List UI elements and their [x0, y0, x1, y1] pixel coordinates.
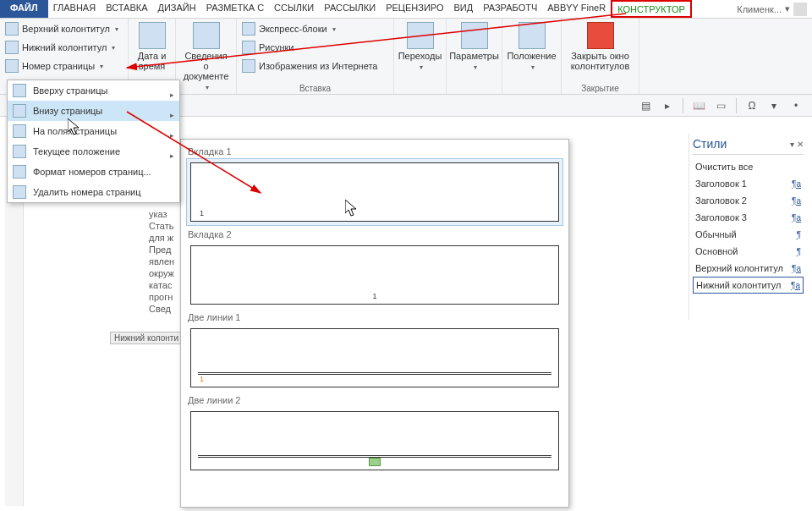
tab-insert[interactable]: ВСТАВКА [101, 0, 152, 18]
style-row[interactable]: Обычный¶ [693, 226, 804, 243]
menu-top-of-page[interactable]: Вверху страницы [8, 80, 179, 101]
navigation-button[interactable]: Переходы [399, 20, 441, 74]
style-symbol: ¶ [797, 230, 801, 239]
tab-developer[interactable]: РАЗРАБОТЧ [478, 0, 542, 18]
menu-remove-page-numbers[interactable]: Удалить номера страниц [8, 182, 179, 202]
position-icon [518, 22, 546, 49]
tool-page-icon[interactable]: ▸ [658, 96, 677, 115]
position-label: Положение [507, 51, 556, 61]
pictures-button[interactable]: Рисунки [242, 39, 388, 56]
style-row[interactable]: Основной¶ [693, 243, 804, 260]
page-number-button[interactable]: Номер страницы [5, 58, 123, 74]
tool-chevron-down-icon[interactable]: ▾ [765, 96, 783, 115]
gallery-item-twolines1[interactable]: 1 [186, 324, 563, 392]
options-button[interactable]: Параметры [452, 20, 497, 74]
close-label: Закрыть окно колонтитулов [570, 51, 630, 71]
menu-label: Внизу страницы [33, 106, 102, 116]
ribbon-tabs: ФАЙЛ ГЛАВНАЯ ВСТАВКА ДИЗАЙН РАЗМЕТКА С С… [0, 0, 812, 19]
close-header-footer-button[interactable]: Закрыть окно колонтитулов [567, 20, 634, 73]
footer-icon [5, 41, 19, 54]
menu-page-margins[interactable]: На полях страницы [8, 121, 179, 141]
tab-design[interactable]: ДИЗАЙН [152, 0, 200, 18]
gallery-heading: Вкладка 1 [188, 146, 563, 157]
position-button[interactable]: Положение [508, 20, 556, 74]
user-area[interactable]: Клименк... ▾ [737, 0, 812, 18]
group-nav-goto: Переходы [394, 19, 447, 94]
date-time-label: Дата и время [137, 51, 167, 71]
page-number-menu: Вверху страницы Внизу страницы На полях … [7, 80, 180, 203]
user-name: Клименк... [737, 4, 782, 14]
menu-format-page-numbers[interactable]: Формат номеров страниц... [8, 162, 179, 182]
date-time-button[interactable]: Дата и время [134, 20, 170, 73]
style-row-selected[interactable]: Нижний колонтитул¶a [693, 277, 804, 294]
gallery-item-twolines2[interactable] [186, 407, 563, 475]
gallery-heading: Две линии 2 [188, 395, 563, 405]
tab-references[interactable]: ССЫЛКИ [269, 0, 319, 18]
group-options: Параметры [447, 19, 502, 94]
menu-current-position[interactable]: Текущее положение [8, 141, 179, 162]
gallery-item-tab2[interactable]: 1 [186, 241, 563, 309]
close-icon [587, 22, 614, 49]
tab-constructor[interactable]: КОНСТРУКТОР [611, 0, 692, 18]
style-label: Заголовок 1 [695, 179, 747, 189]
style-label: Основной [695, 246, 738, 256]
tab-abbyy[interactable]: ABBYY FineR [542, 0, 611, 18]
calendar-icon [139, 22, 166, 49]
options-label: Параметры [449, 51, 499, 61]
style-symbol: ¶ [797, 247, 801, 256]
tab-mailings[interactable]: РАССЫЛКИ [319, 0, 381, 18]
online-pictures-button[interactable]: Изображения из Интернета [242, 58, 388, 74]
doc-info-button[interactable]: Сведения о документе [181, 20, 231, 95]
menu-label: На полях страницы [33, 126, 117, 136]
options-icon [461, 22, 488, 49]
tab-view[interactable]: ВИД [448, 0, 478, 18]
online-pictures-label: Изображения из Интернета [259, 61, 377, 71]
tool-doc-icon[interactable]: ▭ [711, 96, 730, 115]
menu-icon [13, 145, 26, 158]
header-icon [5, 22, 19, 36]
tab-file[interactable]: ФАЙЛ [0, 0, 48, 18]
group-close-label: Закрытие [562, 84, 639, 93]
navigation-icon [407, 22, 434, 49]
menu-icon [13, 84, 26, 97]
page-number-label: Номер страницы [22, 61, 95, 71]
tool-omega-icon[interactable]: Ω [743, 96, 761, 115]
style-symbol: ¶a [792, 264, 801, 273]
tab-layout[interactable]: РАЗМЕТКА С [201, 0, 269, 18]
footer-button[interactable]: Нижний колонтитул [5, 39, 123, 56]
menu-icon [13, 124, 26, 138]
gallery-heading: Две линии 1 [188, 312, 563, 322]
menu-bottom-of-page[interactable]: Внизу страницы [8, 101, 179, 121]
style-row[interactable]: Заголовок 3¶a [693, 209, 804, 226]
menu-label: Текущее положение [33, 146, 120, 157]
style-symbol: ¶a [792, 179, 801, 189]
style-symbol: ¶a [791, 281, 800, 290]
group-close: Закрыть окно колонтитулов Закрытие [562, 19, 639, 94]
gallery-heading: Вкладка 2 [188, 229, 563, 239]
style-row[interactable]: Верхний колонтитул¶a [693, 260, 804, 277]
style-symbol: ¶a [792, 196, 801, 206]
menu-label: Формат номеров страниц... [33, 167, 151, 177]
style-label: Нижний колонтитул [696, 280, 781, 290]
style-row[interactable]: Заголовок 2¶a [693, 192, 804, 209]
quick-parts-label: Экспресс-блоки [259, 24, 327, 34]
styles-pane-close-icon[interactable]: ▾ ✕ [790, 140, 804, 149]
tool-ruler-icon[interactable]: ▤ [636, 96, 655, 115]
quick-parts-button[interactable]: Экспресс-блоки [242, 20, 388, 37]
style-row[interactable]: Заголовок 1¶a [693, 175, 804, 192]
style-clear-all[interactable]: Очистить все [693, 158, 804, 175]
tab-review[interactable]: РЕЦЕНЗИРО [381, 0, 448, 18]
tab-home[interactable]: ГЛАВНАЯ [48, 0, 101, 18]
style-label: Заголовок 2 [695, 195, 747, 206]
styles-pane: Стили ▾ ✕ Очистить все Заголовок 1¶a Заг… [689, 134, 807, 320]
toolbar-sep [683, 98, 683, 113]
footer-tab-label: Нижний колонти [110, 332, 183, 344]
menu-icon [13, 104, 26, 118]
tool-help-icon[interactable]: • [787, 96, 805, 115]
quick-parts-icon [242, 22, 255, 36]
tool-book-icon[interactable]: 📖 [689, 96, 708, 115]
gallery-item-tab1[interactable]: 1 [186, 158, 563, 226]
toolbar-sep [736, 98, 737, 113]
style-label: Очистить все [695, 162, 753, 172]
header-button[interactable]: Верхний колонтитул [5, 20, 123, 37]
